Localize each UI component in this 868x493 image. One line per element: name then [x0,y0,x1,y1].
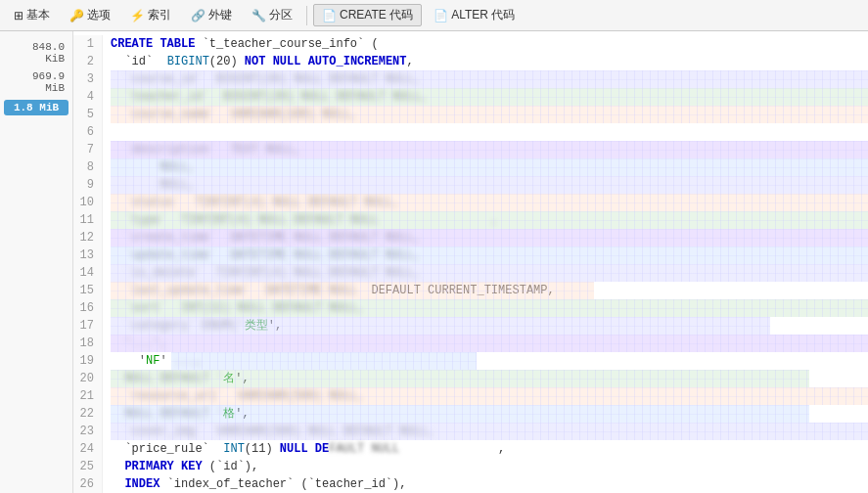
table-row: 18 '...', [73,335,868,352]
table-row: 4 `teacher_id` BIGINT(20) NULL DEFAULT N… [73,88,868,106]
table-row: 14 `is_delete` TINYINT(4) NULL DEFAULT N… [73,264,868,282]
table-row: 15 `last_update_time` DATETIME NULL DEFA… [73,282,868,299]
stat-1-value: 848.0 KiB [8,41,65,65]
table-row: 9 NULL, [73,176,868,194]
tab-basic[interactable]: ⊞ 基本 [6,5,58,25]
table-row: 6 [73,123,868,141]
table-row: 22 NULL DEFAULT '格', [73,405,868,423]
tab-index[interactable]: ⚡ 索引 [122,5,179,25]
table-row: 10 `status` TINYINT(4) NULL DEFAULT NULL… [73,194,868,211]
stat-2-value: 969.9 MiB [8,70,65,94]
options-icon: 🔑 [69,9,84,22]
tab-alter-code[interactable]: 📄 ALTER 代码 [426,5,523,25]
toolbar: ⊞ 基本 🔑 选项 ⚡ 索引 🔗 外键 🔧 分区 📄 CREATE 代码 📄 A… [0,0,868,31]
table-row: 19 'NF' ..., [73,352,868,370]
table-row: 16 `sort` INT(11) NULL DEFAULT NULL, [73,299,868,317]
table-row: 20 NULL DEFAULT '名', [73,370,868,387]
stat-1: 848.0 KiB [4,39,69,67]
table-row: 23 `cover_img` VARCHAR(500) NULL DEFAULT… [73,423,868,440]
table-row: 21 `resource_url` VARCHAR(500) NULL, [73,387,868,405]
table-row: 17 `category` ENUM('类型', [73,317,868,335]
table-row: 26 INDEX `index_of_teacher` (`teacher_id… [73,475,868,493]
stat-3-highlight: 1.8 MiB [4,100,69,115]
left-sidebar: 848.0 KiB 969.9 MiB 1.8 MiB [0,31,73,493]
code-editor[interactable]: 1 CREATE TABLE `t_teacher_course_info` (… [73,31,868,493]
table-row: 25 PRIMARY KEY (`id`), [73,458,868,475]
separator [306,6,307,25]
main-area: 848.0 KiB 969.9 MiB 1.8 MiB 1 CREATE TAB… [0,31,868,493]
alter-code-icon: 📄 [434,9,448,22]
tab-partition[interactable]: 🔧 分区 [244,5,300,25]
table-row: 11 `type` TINYINT(4) NULL DEFAULT NULL , [73,211,868,229]
table-row: 1 CREATE TABLE `t_teacher_course_info` ( [73,35,868,53]
tab-options[interactable]: 🔑 选项 [62,5,118,25]
table-row: 7 `description` TEXT NULL, [73,141,868,158]
table-icon: ⊞ [14,9,23,22]
table-row: 24 `price_rule` INT(11) NULL DEFAULT NUL… [73,440,868,458]
partition-icon: 🔧 [251,9,266,22]
tab-create-code[interactable]: 📄 CREATE 代码 [313,4,422,26]
index-icon: ⚡ [130,9,145,22]
table-row: 8 NULL, [73,158,868,176]
table-row: 2 `id` BIGINT(20) NOT NULL AUTO_INCREMEN… [73,53,868,70]
foreign-icon: 🔗 [191,9,206,22]
table-row: 3 `course_id` BIGINT(20) NULL DEFAULT NU… [73,70,868,88]
table-row: 5 `course_name` VARCHAR(100) NULL, [73,106,868,123]
table-row: 12 `create_time` DATETIME NULL DEFAULT N… [73,229,868,246]
tab-foreign[interactable]: 🔗 外键 [183,5,240,25]
stat-2: 969.9 MiB [4,68,69,96]
table-row: 13 `update_time` DATETIME NULL DEFAULT N… [73,246,868,264]
create-code-icon: 📄 [322,9,337,22]
